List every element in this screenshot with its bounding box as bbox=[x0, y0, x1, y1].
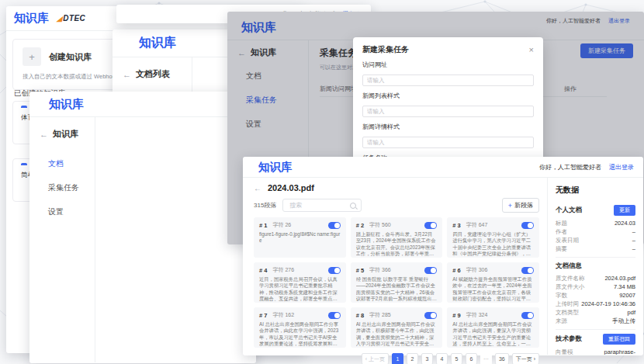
add-paragraph-label: 新段落 bbox=[514, 201, 533, 210]
doc-list-title: 文档列表 bbox=[136, 68, 170, 80]
meta-label: 发表日期 bbox=[556, 236, 579, 244]
app-title: 知识库 bbox=[258, 160, 293, 175]
chunk-enabled-toggle[interactable] bbox=[328, 267, 341, 274]
chunk-text: AI 赋能助力提升全面预算管理工作质效中，在过去的一年里，2024年全面预算管理… bbox=[452, 276, 534, 302]
list-style-input[interactable] bbox=[362, 106, 534, 117]
chunk-text: AI 总社志出席全国两会期间工作会议并讲话，积极部署今年工作，由此强调，要全面贯… bbox=[356, 321, 438, 347]
chunk-card[interactable]: # 9 字符 324 AI 总社志出席全国两会期间工作会议并讲话，由此强调，要深… bbox=[447, 307, 539, 348]
toggle-knob bbox=[334, 223, 340, 228]
window-doc-chunks: 知识库 你好，人工智能爱好者 退出登录 ← 2024.03.pdf 315段落 … bbox=[243, 157, 643, 355]
pagination-page-1[interactable]: 1 bbox=[392, 353, 403, 364]
create-kb-title: 创建知识库 bbox=[49, 51, 92, 63]
paragraph-count: 315段落 bbox=[254, 201, 276, 210]
chunk-card[interactable]: # 4 字符 276 近日，国家税务总局召开会议，认真学习贯彻习近平总书记重要批… bbox=[254, 262, 346, 303]
field-label-detail-style: 新闻详情样式 bbox=[362, 123, 534, 131]
logo-arrow-icon: ◢ bbox=[57, 15, 62, 23]
meta-label: 字数 bbox=[556, 291, 567, 300]
update-button[interactable]: 更新 bbox=[614, 205, 635, 216]
toggle-knob bbox=[431, 313, 436, 318]
window-kb-detail: 知识库 ← 知识库 文档 采集任务 设置 bbox=[29, 92, 256, 363]
chunk-enabled-toggle[interactable] bbox=[424, 312, 437, 319]
back-to-kb[interactable]: ← 知识库 bbox=[29, 128, 95, 140]
chunk-id: # 7 bbox=[259, 312, 267, 319]
chunk-enabled-toggle[interactable] bbox=[424, 267, 437, 274]
chunk-id: # 1 bbox=[259, 222, 267, 229]
panel-empty-title: 无数据 bbox=[556, 185, 635, 196]
chunk-card[interactable]: # 2 字符 560 踏上新征程，奋斗再出发。3月22日至23日，2024年全国… bbox=[351, 217, 443, 258]
meta-label: 原文件名称 bbox=[556, 274, 585, 283]
recall-again-button[interactable]: 重新召回 bbox=[603, 334, 635, 345]
tech-params-section: 技术参数 重新召回 向量模型paraphrase-multilingual 召回… bbox=[556, 329, 635, 355]
back-arrow-icon[interactable]: ← bbox=[40, 130, 48, 139]
meta-value: 2024-07-19 10:46:36 bbox=[581, 300, 635, 308]
pagination-page-5[interactable]: 5 bbox=[451, 353, 462, 364]
chunk-char-count: 字符 26 bbox=[272, 221, 291, 229]
chunk-enabled-toggle[interactable] bbox=[521, 312, 534, 319]
chunk-text: AI 总社志出席全国两会期间工作会议并讲话，由此强调，要深入学习贯彻习近平总书记… bbox=[452, 321, 534, 347]
doc-info-section: 文档信息 原文件名称2024.03.pdf 原文件大小7.34 MB 字数920… bbox=[556, 257, 635, 329]
pagination-page-36[interactable]: 36 bbox=[495, 353, 509, 364]
chunks-main: ← 2024.03.pdf 315段落 + 新段落 bbox=[243, 178, 547, 355]
chunk-card[interactable]: # 7 字符 162 AI 总社志出席全国两会期间工作分享会并讲话，由此在学习中… bbox=[254, 307, 346, 348]
tech-params-title: 技术参数 bbox=[556, 335, 582, 344]
chunk-card[interactable]: # 1 字符 26 figure1-figure-0.jpg!8#$Nc nam… bbox=[254, 217, 346, 258]
plus-icon: + bbox=[508, 202, 512, 210]
meta-label: 原文件大小 bbox=[556, 283, 585, 291]
sidebar-item-collection-tasks[interactable]: 采集任务 bbox=[29, 182, 95, 193]
url-input[interactable] bbox=[362, 75, 534, 86]
chunk-enabled-toggle[interactable] bbox=[521, 267, 534, 274]
chunk-text: 经 国务院批 以数字变革 重塑银行——2024年全国金融数字工作会议全面贯彻落实… bbox=[356, 276, 438, 302]
close-icon[interactable]: × bbox=[529, 45, 534, 54]
chunk-id: # 8 bbox=[356, 312, 364, 319]
chunk-enabled-toggle[interactable] bbox=[328, 312, 341, 319]
search-box[interactable] bbox=[282, 199, 362, 212]
chunk-card[interactable]: # 3 字符 647 四日，党建理论学习中心组（扩大）进行集中学习，第八次学习习… bbox=[447, 217, 539, 258]
detail-style-input[interactable] bbox=[362, 137, 534, 148]
chunk-id: # 9 bbox=[452, 312, 460, 319]
chunk-grid: # 1 字符 26 figure1-figure-0.jpg!8#$Nc nam… bbox=[254, 217, 539, 348]
company-logo: ◢DTEC bbox=[57, 14, 85, 23]
toggle-knob bbox=[528, 268, 533, 273]
pagination-page-2[interactable]: 2 bbox=[407, 353, 418, 364]
chunk-char-count: 字符 306 bbox=[466, 266, 488, 274]
sidebar-item-settings[interactable]: 设置 bbox=[29, 206, 95, 217]
add-paragraph-button[interactable]: + 新段落 bbox=[502, 198, 539, 213]
chunk-char-count: 字符 560 bbox=[369, 221, 391, 229]
chunk-enabled-toggle[interactable] bbox=[424, 222, 437, 229]
chunk-card[interactable]: # 6 字符 306 AI 赋能助力提升全面预算管理工作质效中，在过去的一年里，… bbox=[447, 262, 539, 303]
search-input[interactable] bbox=[288, 201, 350, 210]
app-title: 知识库 bbox=[139, 35, 176, 51]
pagination-next-button[interactable]: 下一页 › bbox=[512, 353, 539, 364]
search-icon bbox=[350, 203, 356, 209]
back-doc-list[interactable]: ← 文档列表 bbox=[113, 68, 192, 80]
chunk-char-count: 字符 162 bbox=[272, 311, 294, 319]
pagination-page-6[interactable]: 6 bbox=[466, 353, 477, 364]
chunk-char-count: 字符 366 bbox=[369, 266, 391, 274]
toggle-knob bbox=[431, 223, 436, 228]
back-arrow-icon[interactable]: ← bbox=[123, 70, 131, 79]
chunk-id: # 5 bbox=[356, 267, 364, 274]
meta-label: 标题 bbox=[556, 219, 567, 227]
sidebar-item-documents[interactable]: 文档 bbox=[29, 158, 95, 169]
doc-info-title: 文档信息 bbox=[556, 262, 582, 271]
chunk-text: 踏上新征程，奋斗再出发。3月22日至23日，2024年全国医保系统工作会议在北京… bbox=[356, 231, 438, 257]
pagination-page-4[interactable]: 4 bbox=[436, 353, 448, 364]
pagination-prev-button[interactable]: ‹ 上一页 bbox=[362, 353, 389, 364]
field-label-url: 访问网址 bbox=[362, 61, 534, 69]
chunk-text: figure1-figure-0.jpg!8#$Nc name:figure bbox=[259, 231, 341, 244]
meta-label: 上传时间 bbox=[556, 300, 579, 308]
meta-value: – bbox=[632, 236, 635, 244]
chunk-text: 四日，党建理论学习中心组（扩大）进行集中学习，第八次学习习近平二十届中央纪委三次… bbox=[452, 231, 534, 257]
chunk-card[interactable]: # 5 字符 366 经 国务院批 以数字变革 重塑银行——2024年全国金融数… bbox=[351, 262, 443, 303]
chunk-enabled-toggle[interactable] bbox=[521, 222, 534, 229]
toggle-knob bbox=[334, 268, 340, 273]
chunk-char-count: 字符 647 bbox=[466, 221, 488, 229]
logout-link[interactable]: 退出登录 bbox=[609, 163, 634, 172]
back-arrow-icon[interactable]: ← bbox=[254, 184, 261, 192]
chunk-id: # 4 bbox=[259, 267, 267, 274]
chunk-enabled-toggle[interactable] bbox=[328, 222, 341, 229]
meta-value: paraphrase-multilingual bbox=[578, 348, 635, 355]
chunk-id: # 6 bbox=[452, 267, 460, 274]
chunk-card[interactable]: # 8 字符 285 AI 总社志出席全国两会期间工作会议并讲话，积极部署今年工… bbox=[351, 307, 443, 348]
pagination-page-3[interactable]: 3 bbox=[421, 353, 433, 364]
